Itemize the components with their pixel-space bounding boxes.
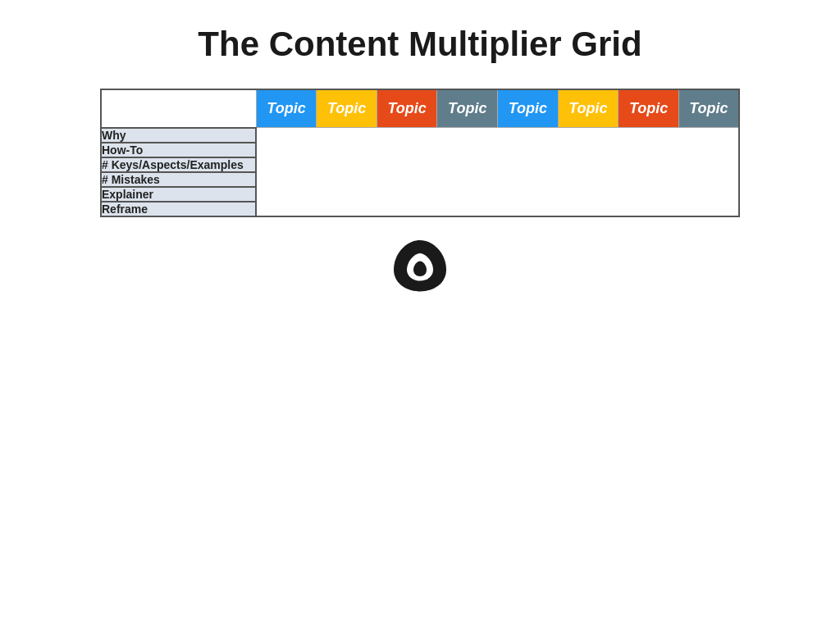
cell-1-0[interactable] xyxy=(256,143,317,157)
cell-5-5[interactable] xyxy=(558,202,619,216)
header-col-3: Topic xyxy=(437,89,498,128)
cell-4-3[interactable] xyxy=(437,187,498,202)
cell-4-4[interactable] xyxy=(498,187,559,202)
cell-3-5[interactable] xyxy=(558,172,619,187)
header-col-4: Topic xyxy=(498,89,559,128)
row-label-1: How-To xyxy=(101,143,256,157)
cell-3-6[interactable] xyxy=(619,172,679,187)
cell-5-4[interactable] xyxy=(498,202,559,216)
cell-0-5[interactable] xyxy=(558,128,619,143)
page-title: The Content Multiplier Grid xyxy=(198,25,641,64)
cell-4-2[interactable] xyxy=(377,187,437,202)
cell-4-6[interactable] xyxy=(619,187,679,202)
cell-5-2[interactable] xyxy=(377,202,437,216)
table-row: # Keys/Aspects/Examples xyxy=(101,157,739,172)
table-row: Explainer xyxy=(101,187,739,202)
header-col-2: Topic xyxy=(377,89,437,128)
table-row: # Mistakes xyxy=(101,172,739,187)
cell-2-2[interactable] xyxy=(377,157,437,172)
cell-0-4[interactable] xyxy=(498,128,559,143)
header-col-7: Topic xyxy=(678,89,739,128)
row-label-2: # Keys/Aspects/Examples xyxy=(101,157,256,172)
cell-0-0[interactable] xyxy=(256,128,317,143)
row-label-4: Explainer xyxy=(101,187,256,202)
cell-3-0[interactable] xyxy=(256,172,317,187)
row-label-3: # Mistakes xyxy=(101,172,256,187)
cell-5-3[interactable] xyxy=(437,202,498,216)
cell-1-7[interactable] xyxy=(678,143,739,157)
cell-0-6[interactable] xyxy=(619,128,679,143)
cell-1-4[interactable] xyxy=(498,143,559,157)
cell-0-2[interactable] xyxy=(377,128,437,143)
cell-4-0[interactable] xyxy=(256,187,317,202)
cell-3-7[interactable] xyxy=(678,172,739,187)
cell-5-1[interactable] xyxy=(317,202,377,216)
cell-3-2[interactable] xyxy=(377,172,437,187)
cell-1-3[interactable] xyxy=(437,143,498,157)
cell-2-7[interactable] xyxy=(678,157,739,172)
cell-2-3[interactable] xyxy=(437,157,498,172)
cell-2-0[interactable] xyxy=(256,157,317,172)
cell-2-4[interactable] xyxy=(498,157,559,172)
header-row: TopicTopicTopicTopicTopicTopicTopicTopic xyxy=(101,89,739,128)
cell-1-6[interactable] xyxy=(619,143,679,157)
cell-3-1[interactable] xyxy=(317,172,377,187)
cell-3-4[interactable] xyxy=(498,172,559,187)
header-col-6: Topic xyxy=(619,89,679,128)
cell-1-2[interactable] xyxy=(377,143,437,157)
cell-2-5[interactable] xyxy=(558,157,619,172)
content-grid: TopicTopicTopicTopicTopicTopicTopicTopic… xyxy=(100,89,740,217)
cell-2-6[interactable] xyxy=(619,157,679,172)
header-col-1: Topic xyxy=(317,89,377,128)
cell-3-3[interactable] xyxy=(437,172,498,187)
cell-0-7[interactable] xyxy=(678,128,739,143)
logo-area xyxy=(387,234,453,299)
cell-5-6[interactable] xyxy=(619,202,679,216)
header-col-5: Topic xyxy=(558,89,619,128)
cell-4-1[interactable] xyxy=(317,187,377,202)
cell-4-7[interactable] xyxy=(678,187,739,202)
cell-5-7[interactable] xyxy=(678,202,739,216)
table-row: Reframe xyxy=(101,202,739,216)
table-row: How-To xyxy=(101,143,739,157)
header-spacer xyxy=(101,89,256,128)
table-row: Why xyxy=(101,128,739,143)
cell-4-5[interactable] xyxy=(558,187,619,202)
row-label-5: Reframe xyxy=(101,202,256,216)
cell-1-1[interactable] xyxy=(317,143,377,157)
cell-0-3[interactable] xyxy=(437,128,498,143)
header-col-0: Topic xyxy=(256,89,317,128)
cell-1-5[interactable] xyxy=(558,143,619,157)
cell-2-1[interactable] xyxy=(317,157,377,172)
grid-wrapper: TopicTopicTopicTopicTopicTopicTopicTopic… xyxy=(100,89,740,217)
row-label-0: Why xyxy=(101,128,256,143)
cell-5-0[interactable] xyxy=(256,202,317,216)
cell-0-1[interactable] xyxy=(317,128,377,143)
brand-logo xyxy=(387,234,453,299)
